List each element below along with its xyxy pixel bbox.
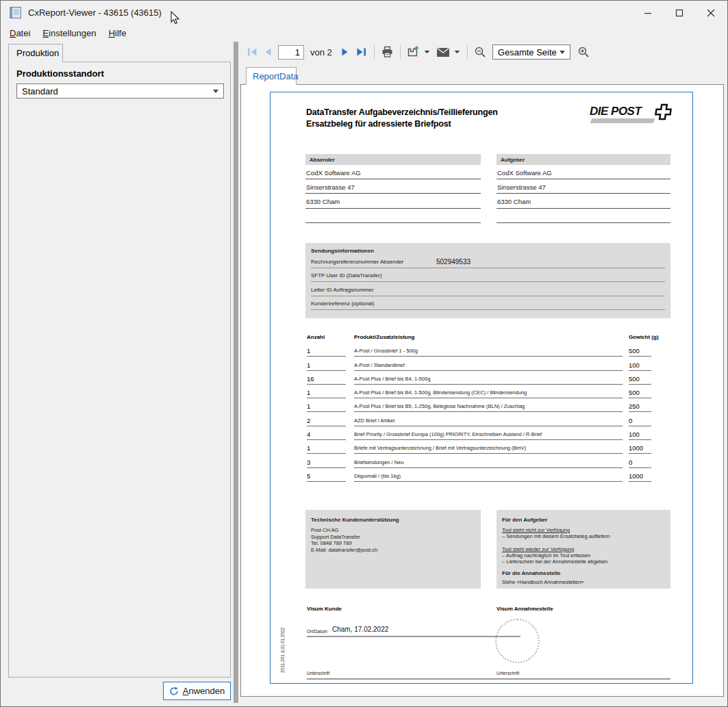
report-viewport: DataTransfer Aufgabeverzeichnis/Teillief… — [240, 84, 724, 697]
table-row: 16A-Post Plus / Brief bis B4, 1-500g500 — [305, 371, 670, 385]
aufgeber-line: 6330 Cham — [497, 194, 670, 208]
table-row: 2AZD Brief / Artikel0 — [305, 412, 670, 426]
maximize-button[interactable] — [664, 1, 695, 25]
menu-datei[interactable]: Datei — [3, 26, 36, 41]
logo-shadow — [590, 118, 655, 123]
mouse-cursor — [171, 11, 180, 25]
panel-splitter[interactable] — [234, 42, 238, 703]
absender-block: CodX Software AG Sinserstrasse 47 6330 C… — [305, 165, 481, 223]
absender-line: 6330 Cham — [305, 194, 481, 208]
produktionsstandort-label: Produktionsstandort — [16, 68, 104, 79]
page-number-input[interactable] — [278, 45, 304, 60]
table-row: 1A-Post Plus / Brief bis B5, 1-250g, Bel… — [305, 398, 670, 412]
support-box: Technische Kundenunterstützung Post CH A… — [305, 510, 481, 589]
email-button[interactable] — [436, 47, 450, 57]
app-window: CxReport-Viewer - 43615 (43615) Datei Ei… — [0, 0, 728, 707]
unterschrift-annahmestelle-line — [497, 678, 670, 680]
table-row: 5Dispomail / (bis 1kg)1000 — [305, 468, 670, 482]
previous-page-icon — [263, 47, 273, 57]
visum-annahmestelle-label: Visum Annahmestelle — [497, 606, 553, 612]
next-page-button[interactable] — [340, 47, 350, 57]
refresh-icon — [169, 686, 179, 696]
report-page: DataTransfer Aufgabeverzeichnis/Teillief… — [270, 92, 693, 684]
menu-hilfe[interactable]: Hilfe — [102, 26, 132, 41]
menu-einstellungen[interactable]: Einstellungen — [36, 26, 102, 41]
unterschrift-annahmestelle-label: Unterschrift — [497, 671, 519, 676]
chevron-down-icon — [560, 51, 565, 54]
email-dropdown-button[interactable] — [454, 50, 460, 54]
chevron-down-icon — [454, 50, 460, 54]
zoom-in-icon — [577, 46, 590, 58]
stamp-circle — [495, 619, 540, 663]
ort-datum-label: Ort/Datum — [307, 629, 327, 634]
tab-produktion[interactable]: Produktion — [8, 44, 63, 62]
visum-kunde-label: Visum Kunde — [307, 606, 342, 612]
first-page-button[interactable] — [247, 47, 258, 57]
unterschrift-kunde-label: Unterschrift — [307, 671, 329, 676]
app-icon — [10, 7, 21, 18]
close-button[interactable] — [695, 1, 727, 25]
zoom-mode-value: Gesamte Seite — [498, 47, 557, 57]
sendungsinformationen-box: Sendungsinformationen Rechnungsreferenzn… — [305, 243, 670, 318]
unterschrift-kunde-line — [307, 678, 520, 680]
anwenden-button[interactable]: Anwenden — [163, 682, 231, 700]
export-button[interactable] — [407, 46, 421, 58]
window-title: CxReport-Viewer - 43615 (43615) — [28, 8, 162, 18]
tab-reportdata[interactable]: ReportData — [246, 67, 297, 85]
ort-datum-line — [307, 636, 520, 637]
chevron-down-icon — [424, 50, 430, 54]
previous-page-button[interactable] — [263, 47, 273, 57]
printer-icon — [381, 46, 394, 58]
maximize-icon — [675, 9, 683, 17]
minimize-button[interactable] — [632, 1, 664, 25]
absender-line — [305, 209, 481, 223]
next-page-icon — [340, 47, 350, 57]
zoom-out-button[interactable] — [474, 46, 486, 58]
table-row: 1A-Post / Grossbrief 1 - 500g500 — [305, 343, 670, 357]
export-dropdown-button[interactable] — [424, 50, 430, 54]
absender-line: Sinserstrasse 47 — [305, 179, 481, 194]
table-row: 1Briefe mit Vertragsunterzeichnung / Bri… — [305, 440, 670, 454]
swiss-cross-icon — [653, 103, 673, 120]
minimize-icon — [644, 9, 652, 17]
aufgeber-line: Sinserstrasse 47 — [497, 179, 670, 194]
zoom-mode-dropdown[interactable]: Gesamte Seite — [492, 44, 570, 60]
produktionsstandort-dropdown[interactable]: Standard — [16, 83, 224, 99]
sendungsinfo-row: Kundenreferenz (optional) — [311, 296, 665, 311]
absender-line: CodX Software AG — [305, 165, 481, 179]
viewer-toolbar: von 2 — [240, 42, 727, 62]
absender-header: Absender — [305, 154, 481, 165]
product-table: 1A-Post / Grossbrief 1 - 500g500 1A-Post… — [305, 343, 670, 482]
zoom-in-button[interactable] — [577, 46, 590, 58]
table-row: 1A-Post / Standardbrief100 — [305, 357, 670, 370]
close-icon — [707, 9, 715, 17]
last-page-icon — [355, 47, 367, 57]
aufgeber-line: CodX Software AG — [497, 165, 670, 179]
sendungsinfo-row: SFTP User ID (DataTransfer) — [311, 268, 665, 283]
aufgeber-info-box: Für den Aufgeber Tool steht nicht zur Ve… — [497, 510, 670, 589]
export-save-icon — [407, 46, 421, 58]
menu-bar: Datei Einstellungen Hilfe — [3, 26, 132, 41]
logo-text: DIE POST — [590, 105, 641, 118]
envelope-icon — [436, 47, 450, 57]
aufgeber-block: CodX Software AG Sinserstrasse 47 6330 C… — [497, 165, 670, 223]
table-row: 4Brief Priority / Grossbrief Europa (100… — [305, 426, 670, 440]
table-header: Anzahl Produkt/Zusatzleistung Gewicht (g… — [305, 334, 670, 342]
last-page-button[interactable] — [355, 47, 367, 57]
title-bar[interactable]: CxReport-Viewer - 43615 (43615) — [1, 1, 727, 25]
tab-reportdata-label: ReportData — [253, 71, 298, 81]
tab-produktion-label: Produktion — [16, 48, 59, 58]
table-row: 3Briefsendungen / Neu0 — [305, 454, 670, 467]
sendungsinformationen-title: Sendungsinformationen — [305, 243, 670, 254]
print-button[interactable] — [381, 46, 394, 58]
chevron-down-icon — [213, 90, 218, 93]
aufgeber-header: Aufgeber — [497, 154, 670, 165]
report-title: DataTransfer Aufgabeverzeichnis/Teillief… — [306, 107, 498, 130]
document-code: 2011-201 (LS) 01.2022 — [280, 628, 285, 673]
sendungsinfo-row: Rechnungsreferenznummer Absender 5029495… — [311, 254, 665, 268]
die-post-logo: DIE POST — [590, 105, 673, 128]
produktionsstandort-value: Standard — [22, 86, 58, 97]
first-page-icon — [247, 47, 258, 57]
table-row: 1A-Post Plus / Brief bis B4, 1-500g, Bli… — [305, 385, 670, 398]
zoom-out-icon — [474, 46, 486, 58]
